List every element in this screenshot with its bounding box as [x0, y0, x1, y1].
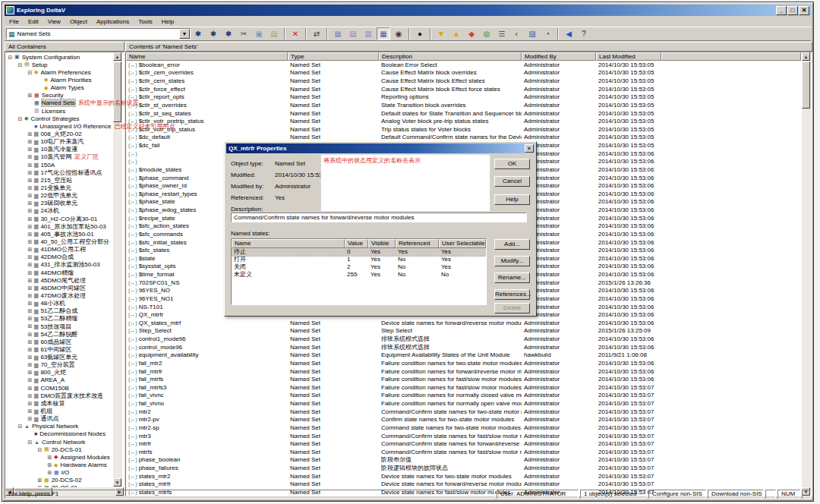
tree-item-label[interactable]: 20-DCS-01	[52, 446, 82, 453]
tree-item[interactable]: ⊞▦I/O	[6, 469, 115, 477]
table-row[interactable]: (↔)phase_failuresNamed Set阶段逻辑模块的故障状态Adm…	[126, 464, 801, 472]
menu-item-view[interactable]: View	[43, 17, 65, 26]
tree-item[interactable]: ⊞▆AREA_A	[6, 376, 115, 384]
tree-item[interactable]: ⊞▆DMO装置废水技术改造	[6, 392, 115, 399]
column-header-type[interactable]: Type	[288, 52, 379, 61]
named-states-table[interactable]: NameValueVisibleReferencedUser Selectabl…	[231, 238, 487, 305]
tree-item-label[interactable]: 通讯点	[40, 414, 58, 423]
expand-icon[interactable]: ⊞	[27, 131, 33, 137]
view-small-icons-icon[interactable]: ▤	[346, 27, 360, 40]
expand-icon[interactable]: ⊞	[27, 416, 33, 421]
tree-vertical-scrollbar[interactable]: ▲ ▼	[113, 52, 122, 487]
collapse-icon[interactable]: ⊟	[27, 439, 33, 445]
tree-item[interactable]: ⊟▣System Configuration	[6, 53, 115, 61]
expand-icon[interactable]: ⊞	[27, 332, 33, 337]
table-row[interactable]: (↔)mtr2-spNamed SetCommand state names f…	[126, 424, 801, 432]
tree-scroll-down-icon[interactable]: ▼	[113, 478, 121, 487]
expand-icon[interactable]: ⊞	[27, 239, 33, 244]
expand-icon[interactable]: ⊞	[27, 323, 33, 329]
table-row[interactable]: (↔)states_mtrfrNamed SetDevice state nam…	[126, 480, 801, 489]
expand-icon[interactable]: ⊞	[27, 185, 33, 191]
expand-icon[interactable]: ⊞	[27, 393, 33, 398]
tree-item[interactable]: ⊞▆63氨罐区单元	[6, 353, 115, 361]
tree-item[interactable]: ⊞▆42DMO合成	[6, 254, 115, 261]
explorer-hierarchy2-icon[interactable]: ✱	[207, 27, 220, 40]
table-row[interactable]: (↔)Step_SelectNamed SetStep SelectAdmini…	[126, 327, 801, 335]
close-button[interactable]: ✕	[799, 6, 809, 15]
tree-item-label[interactable]: Setup	[32, 61, 48, 68]
expand-icon[interactable]: ⊞	[27, 293, 33, 298]
expand-icon[interactable]: ⊞	[27, 224, 33, 229]
table-row[interactable]: (↔)$ctlr_st_overridesNamed SetState Tran…	[126, 101, 801, 109]
tree-item-label[interactable]: Alarm Types	[50, 84, 84, 91]
tree-item-label[interactable]: I/O	[62, 469, 70, 476]
column-header-last-modified[interactable]: Last Modified	[596, 52, 661, 61]
collapse-icon[interactable]: ⊟	[8, 55, 13, 60]
tree-item[interactable]: ⊞▆45DMO尾气处理	[6, 276, 115, 284]
tree-item[interactable]: ⊞▆24冰机	[6, 207, 115, 215]
tree-item[interactable]: ⊞▦20-DCS-02	[6, 477, 115, 484]
help-icon[interactable]: ?	[577, 27, 591, 40]
tree-item[interactable]: ⊞▆22低甲洗单元	[6, 192, 115, 200]
delete-icon[interactable]: ✕	[289, 27, 302, 40]
tree-scroll-thumb[interactable]	[113, 61, 121, 122]
tree-item[interactable]: ⊞▆COM150B	[6, 384, 115, 392]
states-column-user-selectable[interactable]: User Selectable	[439, 239, 486, 248]
tree-item-label[interactable]: Decommissioned Nodes	[39, 430, 106, 437]
table-row[interactable]: (↔)fail_mtrfs3Named SetFailure condition…	[126, 383, 801, 392]
paste-icon[interactable]: ▤	[267, 27, 281, 40]
menu-item-applications[interactable]: Applications	[92, 17, 134, 26]
tree-item[interactable]: ⊞▆30_H2-CO分离30-01	[6, 215, 115, 222]
named-state-row[interactable]: 停止0YesYesYes	[232, 248, 486, 256]
table-row[interactable]: (↔)mtrfsNamed SetCommand/Confirm state n…	[126, 448, 801, 456]
states-column-value[interactable]: Value	[345, 239, 368, 248]
operate-icon[interactable]: ◐	[510, 27, 524, 40]
expand-icon[interactable]: ⊞	[27, 93, 33, 98]
tree-item[interactable]: ⊞▆70_空分装置	[6, 361, 115, 369]
find-icon[interactable]: ◉	[392, 27, 405, 40]
tree-item-label[interactable]: 10蒸汽管网	[40, 153, 71, 161]
expand-icon[interactable]: ⊞	[27, 216, 33, 222]
tree-item-label[interactable]: Control Network	[42, 439, 85, 446]
view-details-icon[interactable]: ▦	[377, 27, 390, 40]
cut-icon[interactable]: ✂	[237, 27, 251, 40]
tree-item-label[interactable]: Unassigned I/O Reference	[39, 123, 111, 130]
table-row[interactable]: (↔)$ctlr_votr_trip_statusNamed SetTrip s…	[126, 125, 801, 134]
expand-icon[interactable]: ⊞	[27, 386, 33, 391]
expand-icon[interactable]: ⊞	[27, 146, 33, 152]
expand-icon[interactable]: ⊞	[27, 162, 33, 168]
tree-item[interactable]: ⊞▆800_火炬	[6, 369, 115, 376]
tree-item[interactable]: ⊞◆Hardware Alarms	[6, 461, 115, 468]
states-column-visible[interactable]: Visible	[368, 239, 396, 248]
table-row[interactable]: (↔)states_mtr2Named SetDevice state name…	[126, 472, 801, 480]
tree-item[interactable]: ⊞▆10蒸汽冷凝液	[6, 146, 115, 153]
states-column-name[interactable]: Name	[232, 239, 345, 248]
table-row[interactable]: (↔)fail_vlvnoNamed SetFailure condition …	[126, 399, 801, 408]
help-button[interactable]: Help	[494, 194, 530, 205]
expand-icon[interactable]: ⊞	[27, 139, 33, 144]
user-manager-icon[interactable]: ●	[413, 27, 427, 40]
expand-icon[interactable]: ⊞	[27, 316, 33, 321]
column-header-name[interactable]: Name	[126, 52, 288, 61]
menu-item-file[interactable]: File	[5, 17, 24, 26]
expand-icon[interactable]: ⊞	[27, 232, 33, 237]
table-row[interactable]: (↔)phase_booleanNamed Set阶段布尔值Administra…	[126, 456, 801, 465]
table-row[interactable]: (↔)$ctlr_st_seq_statesNamed SetDefault s…	[126, 109, 801, 118]
description-field[interactable]: Command/Confirm state names for forward/…	[231, 213, 527, 222]
menu-item-edit[interactable]: Edit	[24, 17, 43, 26]
expand-icon[interactable]: ⊞	[47, 470, 52, 475]
named-state-row[interactable]: 关闭2YesNoYes	[232, 263, 486, 271]
tree-scroll-up-icon[interactable]: ▲	[113, 52, 121, 61]
swap-window-icon[interactable]: ⇄	[310, 27, 323, 40]
dialog-close-icon[interactable]: ✕	[525, 144, 534, 153]
expand-icon[interactable]: ⊞	[27, 408, 33, 414]
table-row[interactable]: (↔)mtr3Named SetCommand/Confirm state na…	[126, 432, 801, 440]
tree-item[interactable]: ⊟▲Control Network	[6, 438, 115, 446]
menu-item-object[interactable]: Object	[65, 17, 92, 26]
states-column-referenced[interactable]: Referenced	[396, 239, 439, 248]
tree-item[interactable]: ⊟▤Setup	[6, 61, 115, 68]
expand-icon[interactable]: ⊞	[27, 270, 33, 276]
expand-icon[interactable]: ⊞	[47, 462, 52, 468]
tree-item-label[interactable]: Security	[42, 92, 64, 99]
tree-item[interactable]: ⊞▆通讯点	[6, 415, 115, 423]
